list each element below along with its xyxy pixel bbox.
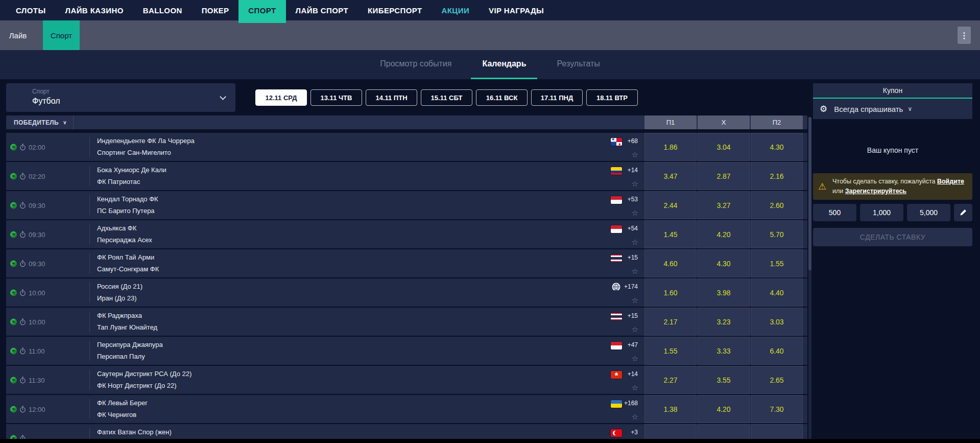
top-nav-item[interactable]: КИБЕРСПОРТ (358, 0, 432, 20)
date-button[interactable]: 14.11 ПТН (366, 89, 417, 106)
favorite-star-icon[interactable]: ☆ (632, 354, 638, 363)
event-row[interactable]: 10:00 ФК Раджпраха Тап Луанг Юнайтед +15… (6, 308, 807, 336)
market-type-dropdown[interactable]: ПОБЕДИТЕЛЬ ∨ (6, 115, 74, 129)
view-tab[interactable]: Просмотр события (369, 50, 463, 79)
odds-cell-p1[interactable]: 3.47 (644, 162, 697, 190)
date-button[interactable]: 18.11 ВТР (586, 89, 638, 106)
odds-cell-p1[interactable]: 2.27 (644, 366, 697, 394)
top-nav-item[interactable]: VIP НАГРАДЫ (479, 0, 554, 20)
odds-cell-p1[interactable]: 1.60 (644, 278, 697, 307)
odds-cell-p2[interactable]: 2.65 (751, 366, 803, 394)
indonesia-flag-icon (611, 225, 622, 233)
odds-cell-p1[interactable]: 2.17 (644, 308, 697, 336)
login-warning-middle: или (832, 188, 843, 195)
odds-cell-p2[interactable]: 1.55 (751, 249, 803, 277)
date-button[interactable]: 13.11 ЧТВ (310, 89, 362, 106)
favorite-star-icon[interactable]: ☆ (632, 208, 638, 218)
top-nav-item[interactable]: ЛАЙВ КАЗИНО (56, 0, 133, 20)
odds-cell-x[interactable]: 3.27 (698, 191, 750, 219)
more-options-button[interactable]: ⋮ (958, 27, 971, 44)
event-row[interactable]: 09:30 Адхьякса ФК Персираджа Асех +54 ☆ … (6, 220, 807, 248)
favorite-star-icon[interactable]: ☆ (632, 179, 638, 189)
odds-cell-x[interactable] (698, 424, 750, 439)
odds-cell-p2[interactable]: 4.40 (751, 278, 803, 307)
event-row[interactable]: 10:00 Россия (До 21) Иран (До 23) +174 ☆… (6, 278, 807, 307)
event-row[interactable]: 11:30 Саутерн Дистрикт РСА (До 22) ФК Но… (6, 366, 807, 394)
away-team-name: Спортинг Сан-Мигелито (97, 149, 171, 156)
odds-cell-x[interactable]: 4.20 (698, 395, 750, 423)
odds-cell-x[interactable]: 4.20 (698, 220, 750, 248)
top-nav-item[interactable]: СЛОТЫ (6, 0, 56, 20)
sub-nav-item[interactable]: Спорт (43, 20, 80, 50)
odds-cell-p2[interactable]: 2.16 (751, 162, 803, 190)
top-nav-item[interactable]: СПОРТ (238, 0, 285, 20)
odds-cell-p2[interactable]: 7.30 (751, 395, 803, 423)
login-link[interactable]: Войдите (937, 178, 964, 185)
odds-cell-p2[interactable]: 4.30 (751, 133, 803, 161)
quick-stake-button[interactable]: 1,000 (860, 204, 903, 221)
odds-cell-p1[interactable]: 1.38 (644, 395, 697, 423)
sub-nav-item[interactable]: Лайв (0, 20, 36, 50)
home-team-name: Адхьякса ФК (97, 224, 136, 232)
home-team-name: Саутерн Дистрикт РСА (До 22) (97, 370, 192, 378)
odds-cell-x[interactable]: 3.04 (698, 133, 750, 161)
favorite-star-icon[interactable]: ☆ (632, 238, 638, 247)
event-row[interactable]: 11:00 Персипура Джаяпура Персипал Палу +… (6, 337, 807, 365)
chevron-down-icon: ∨ (907, 105, 912, 112)
sport-select[interactable]: Спорт Футбол (6, 83, 235, 112)
date-button[interactable]: 15.11 СБТ (421, 89, 472, 106)
top-nav-item[interactable]: АКЦИИ (432, 0, 480, 20)
favorite-star-icon[interactable]: ☆ (632, 383, 638, 392)
odds-cell-p1[interactable] (644, 424, 697, 439)
odds-cell-p1[interactable]: 2.44 (644, 191, 697, 219)
top-nav-item[interactable]: ЛАЙВ СПОРТ (286, 0, 358, 20)
place-bet-button[interactable]: СДЕЛАТЬ СТАВКУ (813, 228, 972, 246)
favorite-star-icon[interactable]: ☆ (632, 267, 638, 276)
odds-cell-x[interactable]: 4.30 (698, 249, 750, 277)
event-row[interactable]: 09:30 ФК Роял Тай Арми Самут-Сонгкрам ФК… (6, 249, 807, 277)
odds-cell-p1[interactable]: 4.60 (644, 249, 697, 277)
event-row[interactable]: 02:00 Индепендьенте ФК Ла Чоррера Спорти… (6, 133, 807, 161)
odds-cell-p1[interactable]: 1.86 (644, 133, 697, 161)
odds-cell-p2[interactable]: 6.40 (751, 337, 803, 365)
event-row[interactable]: 12:00 ФК Левый Берег ФК Чернигов +168 ☆ … (6, 395, 807, 423)
soccer-ball-icon (10, 406, 17, 412)
date-button[interactable]: 12.11 СРД (255, 89, 307, 106)
odds-cell-p2[interactable]: 2.60 (751, 191, 803, 219)
odds-cell-p2[interactable]: 5.70 (751, 220, 803, 248)
odds-cell-p1[interactable]: 1.45 (644, 220, 697, 248)
stopwatch-icon (19, 406, 26, 413)
date-button[interactable]: 16.11 ВСК (476, 89, 528, 106)
odds-cell-p2[interactable]: 3.03 (751, 308, 803, 336)
scrollbar[interactable] (808, 117, 811, 439)
odds-cell-x[interactable]: 3.23 (698, 308, 750, 336)
home-team-name: Кендал Торнадо ФК (97, 195, 158, 203)
register-link[interactable]: Зарегистрируйтесь (845, 188, 906, 195)
odds-cell-p2[interactable] (751, 424, 803, 439)
favorite-star-icon[interactable]: ☆ (632, 296, 638, 305)
view-tabs: Просмотр событияКалендарьРезультаты (0, 50, 980, 79)
edit-stake-button[interactable] (954, 204, 972, 221)
event-row[interactable]: 02:20 Бока Хуниорс Де Кали ФК Патриотас … (6, 162, 807, 190)
quick-stake-button[interactable]: 5,000 (907, 204, 950, 221)
odds-cell-x[interactable]: 3.33 (698, 337, 750, 365)
event-row[interactable]: Фатих Ватан Спор (жен) +3 ☆ (6, 424, 807, 439)
odds-cell-x[interactable]: 3.98 (698, 278, 750, 307)
coupon-ask-mode-dropdown[interactable]: ⚙ Всегда спрашивать ∨ (813, 99, 972, 119)
odds-cell-p1[interactable]: 1.55 (644, 337, 697, 365)
favorite-star-icon[interactable]: ☆ (632, 412, 638, 422)
coupon-title: Купон (883, 86, 902, 95)
favorite-star-icon[interactable]: ☆ (632, 325, 638, 334)
quick-stake-button[interactable]: 500 (813, 204, 856, 221)
view-tab[interactable]: Результаты (545, 50, 611, 79)
top-nav-item[interactable]: BALLOON (133, 0, 192, 20)
top-nav-item[interactable]: ПОКЕР (192, 0, 239, 20)
favorite-star-icon[interactable]: ☆ (632, 150, 638, 159)
scrollbar-thumb[interactable] (808, 117, 811, 270)
odds-cell-x[interactable]: 3.55 (698, 366, 750, 394)
date-button[interactable]: 17.11 ПНД (531, 89, 583, 106)
stopwatch-icon (19, 202, 26, 209)
odds-cell-x[interactable]: 2.87 (698, 162, 750, 190)
event-row[interactable]: 09:30 Кендал Торнадо ФК ПС Барито Путера… (6, 191, 807, 219)
view-tab[interactable]: Календарь (471, 50, 537, 79)
